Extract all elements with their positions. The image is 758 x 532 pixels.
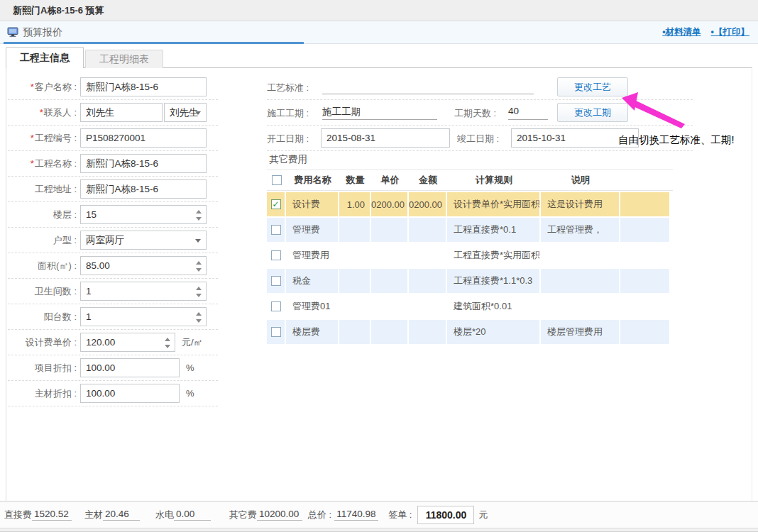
project-discount-input[interactable]: 100.00: [80, 358, 180, 377]
total-price-value: 11740.98: [334, 509, 378, 521]
period-days-value[interactable]: 40: [508, 106, 548, 120]
field-house-type: 户型 : 两室两厅: [8, 228, 218, 253]
table-row[interactable]: 税金 工程直接费*1.1*0.3: [267, 269, 673, 293]
craft-standard-label: 工艺标准 :: [267, 82, 309, 94]
construction-period-value[interactable]: 施工工期: [322, 106, 437, 120]
project-no-label: 工程编号 :: [35, 133, 77, 143]
area-label: 面积(㎡) :: [8, 260, 80, 272]
floor-stepper[interactable]: 15: [80, 205, 207, 224]
contact-select[interactable]: 刘先生: [164, 103, 207, 122]
annotation-note: 自由切换工艺标准、工期!: [618, 133, 735, 147]
area-stepper[interactable]: 85.00: [80, 256, 207, 275]
required-asterisk: *: [31, 133, 34, 143]
project-discount-label: 项目折扣 :: [8, 362, 80, 375]
spinner-arrows-icon[interactable]: [196, 209, 202, 222]
totals-bar: 直接费 1520.52 主材 20.46 水电 0.00 其它费 10200.0…: [0, 501, 758, 528]
customer-name-input[interactable]: 新熙门A栋8-15-6: [80, 77, 207, 96]
table-row[interactable]: 楼层费 楼层*20 楼层管理费用: [267, 320, 673, 344]
col-header-fee-name: 费用名称: [286, 174, 339, 187]
total-price: 总价 : 11740.98: [308, 509, 378, 521]
other-fees-table: 费用名称 数量 单价 金额 计算规则 说明 设计费 1.00 10200.00 …: [267, 170, 673, 344]
field-floor: 楼层 : 15: [8, 202, 218, 228]
balconies-label: 阳台数 :: [8, 311, 80, 323]
table-row[interactable]: 管理费用 工程直接费*实用面积: [267, 243, 673, 267]
house-type-select[interactable]: 两室两厅: [80, 231, 207, 250]
start-date-label: 开工日期 :: [267, 133, 309, 145]
bathrooms-stepper[interactable]: 1: [80, 282, 207, 301]
contact-label: 联系人 :: [44, 107, 77, 118]
field-material-discount: 主材折扣 : 100.00 %: [8, 381, 218, 406]
floor-label: 楼层 :: [8, 209, 80, 221]
window-title: 新熙门A栋8-15-6 预算: [13, 4, 104, 17]
tab-project-main-info[interactable]: 工程主信息: [6, 47, 84, 68]
field-craft-standard: 工艺标准 : 更改工艺: [267, 74, 693, 100]
signed-amount-input[interactable]: 11800.00: [417, 506, 474, 524]
row-checkbox[interactable]: [271, 327, 281, 337]
field-project-no: *工程编号 : P1508270001: [8, 126, 218, 151]
chevron-down-icon: [195, 111, 201, 115]
spinner-arrows-icon[interactable]: [165, 336, 171, 350]
material-discount-input[interactable]: 100.00: [80, 384, 180, 403]
other-fees-section-title: 其它费用: [269, 153, 307, 166]
change-period-button[interactable]: 更改工期: [557, 103, 628, 122]
water-electric-value: 0.00: [174, 509, 211, 521]
accent-underline: [4, 42, 304, 44]
table-header-row: 费用名称 数量 单价 金额 计算规则 说明: [267, 170, 673, 191]
required-asterisk: *: [40, 107, 43, 118]
row-checkbox[interactable]: [271, 250, 281, 260]
row-checkbox[interactable]: [271, 276, 281, 286]
monitor-icon: [7, 27, 18, 38]
table-row[interactable]: 设计费 1.00 10200.00 10200.00 设计费单价*实用面积 这是…: [267, 192, 673, 216]
design-fee-unit-suffix: 元/㎡: [182, 336, 203, 349]
select-all-checkbox[interactable]: [272, 175, 282, 185]
other-fee-total: 其它费 10200.00: [229, 509, 302, 521]
page-title: 预算报价: [23, 26, 62, 39]
bottom-strip: [0, 528, 758, 532]
chevron-down-icon: [195, 239, 201, 243]
col-header-rule: 计算规则: [447, 174, 541, 187]
contact-input[interactable]: 刘先生: [80, 103, 163, 122]
craft-standard-value[interactable]: [322, 80, 534, 94]
toolbar: 预算报价 •材料清单 •【打印】: [0, 21, 758, 44]
project-form: *客户名称 : 新熙门A栋8-15-6 *联系人 : 刘先生 刘先生 *工程编号…: [8, 74, 218, 406]
period-days-label: 工期天数 :: [454, 107, 496, 120]
material-discount-label: 主材折扣 :: [8, 387, 80, 400]
material-list-link[interactable]: •材料清单: [662, 26, 701, 38]
spinner-arrows-icon[interactable]: [196, 285, 202, 299]
direct-fee-total: 直接费 1520.52: [4, 509, 72, 521]
row-checkbox[interactable]: [271, 199, 281, 209]
print-link[interactable]: •【打印】: [711, 26, 749, 38]
field-bathrooms: 卫生间数 : 1: [8, 279, 218, 304]
spinner-arrows-icon[interactable]: [196, 311, 202, 324]
field-project-name: *工程名称 : 新熙门A栋8-15-6: [8, 151, 218, 177]
project-no-input[interactable]: P1508270001: [80, 128, 207, 148]
percent-suffix: %: [186, 388, 194, 399]
tab-project-detail[interactable]: 工程明细表: [85, 50, 163, 68]
field-area: 面积(㎡) : 85.00: [8, 253, 218, 279]
table-row[interactable]: 管理费 工程直接费*0.1 工程管理费，: [267, 218, 673, 242]
start-date-input[interactable]: 2015-08-31: [321, 128, 450, 148]
percent-suffix: %: [186, 362, 194, 373]
field-balconies: 阳台数 : 1: [8, 304, 218, 330]
tab-bar: 工程主信息 工程明细表: [6, 45, 163, 68]
balconies-stepper[interactable]: 1: [80, 307, 207, 326]
table-row[interactable]: 管理费01 建筑面积*0.01: [267, 294, 673, 318]
field-construction-period: 施工工期 : 施工工期 工期天数 : 40 更改工期: [267, 100, 693, 126]
spinner-arrows-icon[interactable]: [196, 260, 202, 273]
project-addr-input[interactable]: 新熙门A栋8-15-6: [80, 179, 207, 199]
end-date-label: 竣工日期 :: [457, 133, 499, 145]
col-header-amount: 金额: [409, 174, 447, 187]
water-electric-total: 水电 0.00: [155, 509, 211, 521]
design-fee-price-label: 设计费单价 :: [8, 336, 80, 349]
main-material-total: 主材 20.46: [84, 509, 140, 521]
field-customer-name: *客户名称 : 新熙门A栋8-15-6: [8, 74, 218, 100]
direct-fee-value: 1520.52: [32, 509, 72, 521]
yuan-unit: 元: [478, 509, 488, 521]
change-craft-button[interactable]: 更改工艺: [557, 77, 628, 96]
row-checkbox[interactable]: [271, 301, 281, 311]
row-checkbox[interactable]: [271, 225, 281, 235]
project-name-input[interactable]: 新熙门A栋8-15-6: [80, 154, 207, 173]
main-panel: *客户名称 : 新熙门A栋8-15-6 *联系人 : 刘先生 刘先生 *工程编号…: [6, 67, 752, 501]
design-fee-price-stepper[interactable]: 120.00: [80, 333, 175, 352]
required-asterisk: *: [31, 82, 34, 92]
